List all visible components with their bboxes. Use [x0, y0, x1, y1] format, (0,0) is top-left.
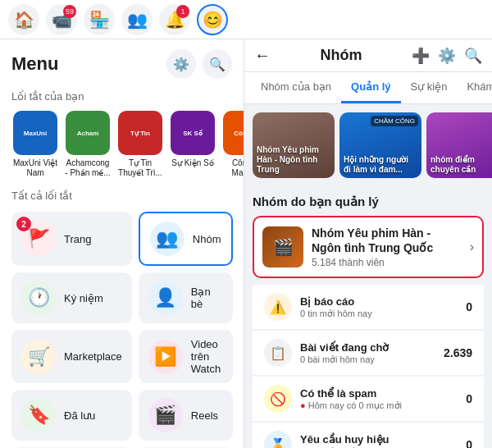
video-nav-btn[interactable]: 📹 59: [46, 4, 77, 35]
shortcut-name-2: Tự Tin Thuyết Trì...: [116, 158, 164, 178]
shortcuts-label: Lối tắt của bạn: [0, 84, 244, 106]
stat-bai-viet[interactable]: 📋 Bài viết đang chờ 0 bài mới hôm nay 2.…: [253, 331, 484, 375]
stat-sub-spam: ● Hôm nay có 0 mục mới: [300, 400, 458, 411]
marketplace-icon: 🛒: [21, 340, 56, 374]
tab-quan-ly[interactable]: Quản lý: [341, 72, 400, 103]
shortcut-name-4: Công đ Marketi: [221, 158, 244, 178]
group-thumb-tag-1: CHĂM CÔNG: [371, 116, 418, 126]
menu-settings-btn[interactable]: ⚙️: [166, 49, 196, 79]
menu-grid: 🚩 Trang 2 👥 Nhóm 🕐 Ký niệm 👤 Bạn bè: [0, 205, 244, 448]
home-nav-btn[interactable]: 🏠: [8, 4, 39, 35]
stat-count-bai-viet: 2.639: [444, 346, 472, 359]
stat-info-huy-hieu: Yêu cầu huy hiệu 0 yêu cầu mới hôm nay: [300, 433, 458, 448]
group-thumb-label-2: nhóm điểm chuyên cần: [430, 155, 492, 175]
right-title: Nhóm: [277, 47, 405, 64]
stat-count-bao-cao: 0: [466, 300, 472, 313]
nav-icons: 🏠 📹 59 🏪 👥 🔔 1 😊: [8, 4, 484, 35]
menu-item-reels[interactable]: 🎬 Reels: [139, 390, 233, 441]
kyNiem-icon: 🕐: [21, 281, 56, 315]
shortcut-name-1: Achamcong - Phần mề...: [64, 158, 112, 178]
shortcut-avatar-3: SK Số: [171, 111, 215, 155]
shortcut-0[interactable]: MaxUni MaxUni Việt Nam: [11, 111, 59, 178]
stat-count-spam: 0: [466, 392, 472, 405]
right-panel: ← Nhóm ➕ ⚙️ 🔍 Nhóm của bạn Quản lý Sự ki…: [244, 39, 492, 448]
search-btn[interactable]: 🔍: [464, 47, 482, 65]
people-nav-btn[interactable]: 👥: [121, 4, 153, 35]
stat-info-spam: Có thể là spam ● Hôm nay có 0 mục mới: [300, 387, 458, 411]
featured-group-inner[interactable]: 🎬 Nhóm Yêu phim Hàn - Ngôn tình Trung Qu…: [254, 217, 482, 277]
stat-huy-hieu[interactable]: 🏅 Yêu cầu huy hiệu 0 yêu cầu mới hôm nay…: [253, 423, 484, 448]
video-icon: ▶️: [148, 340, 183, 374]
stat-name-bao-cao: Bị báo cáo: [300, 295, 458, 308]
featured-group[interactable]: 🎬 Nhóm Yêu phim Hàn - Ngôn tình Trung Qu…: [253, 216, 484, 278]
bai-viet-icon: 📋: [264, 339, 292, 367]
shortcut-3[interactable]: SK Số Sự Kiện Số: [169, 111, 216, 178]
back-btn[interactable]: ←: [254, 46, 271, 65]
menu-item-banBe[interactable]: 👤 Bạn bè: [139, 272, 233, 323]
right-header: ← Nhóm ➕ ⚙️ 🔍: [244, 39, 492, 72]
shortcut-label-3: SK Số: [181, 128, 204, 139]
group-thumb-1[interactable]: Hội những người đi làm vì đam... CHĂM CÔ…: [339, 112, 421, 178]
stat-info-bao-cao: Bị báo cáo 0 tin mới hôm nay: [300, 295, 458, 319]
menu-item-label-banBe: Bạn bè: [191, 286, 223, 310]
top-nav: 🏠 📹 59 🏪 👥 🔔 1 😊: [0, 0, 492, 39]
stat-spam[interactable]: 🚫 Có thể là spam ● Hôm nay có 0 mục mới …: [253, 377, 484, 421]
right-header-actions: ➕ ⚙️ 🔍: [412, 47, 482, 65]
stat-sub-bao-cao: 0 tin mới hôm nay: [300, 309, 458, 319]
chevron-right-icon: ›: [470, 240, 474, 254]
menu-item-label-video: Video trên Watch: [191, 338, 223, 375]
shortcut-4[interactable]: Công đ Công đ Marketi: [221, 111, 244, 178]
huy-hieu-icon: 🏅: [264, 431, 292, 448]
tab-kham-pha[interactable]: Khám phá: [457, 72, 492, 103]
group-thumb-2[interactable]: nhóm điểm chuyên cần: [426, 112, 492, 178]
reels-icon: 🎬: [148, 398, 183, 432]
shortcut-avatar-2: Tự Tin: [118, 111, 162, 155]
menu-item-nhom[interactable]: 👥 Nhóm: [139, 212, 233, 266]
shortcut-avatar-0: MaxUni: [13, 111, 57, 155]
spam-icon: 🚫: [264, 385, 292, 413]
shortcut-2[interactable]: Tự Tin Tự Tin Thuyết Trì...: [116, 111, 164, 178]
stat-name-bai-viet: Bài viết đang chờ: [300, 341, 435, 354]
add-group-btn[interactable]: ➕: [412, 47, 430, 65]
bell-nav-btn[interactable]: 🔔 1: [159, 4, 190, 35]
menu-item-label-nhom: Nhóm: [193, 233, 221, 245]
shortcut-label-4: Công đ: [232, 128, 244, 139]
all-shortcuts-label: Tất cả lối tắt: [0, 183, 244, 205]
menu-item-label-daLuu: Đã lưu: [64, 409, 95, 422]
bao-cao-icon: ⚠️: [264, 293, 292, 321]
group-thumb-label-0: Nhóm Yêu phim Hàn - Ngôn tình Trung: [257, 145, 330, 175]
settings-btn[interactable]: ⚙️: [438, 47, 456, 65]
profile-nav-btn[interactable]: 😊: [197, 4, 228, 35]
shortcut-label-2: Tự Tin: [129, 128, 152, 139]
menu-item-video[interactable]: ▶️ Video trên Watch: [139, 330, 233, 383]
menu-item-daLuu[interactable]: 🔖 Đã lưu: [11, 390, 132, 441]
stat-name-huy-hieu: Yêu cầu huy hiệu: [300, 433, 458, 446]
menu-header-icons: ⚙️ 🔍: [166, 49, 232, 79]
menu-item-marketplace[interactable]: 🛒 Marketplace: [11, 330, 132, 383]
group-thumb-label-1: Hội những người đi làm vì đam...: [344, 155, 417, 175]
shortcuts-row: MaxUni MaxUni Việt Nam Acham Achamcong -…: [0, 106, 244, 183]
banBe-icon: 👤: [148, 281, 183, 315]
menu-search-btn[interactable]: 🔍: [203, 49, 232, 79]
menu-header: Menu ⚙️ 🔍: [0, 39, 244, 84]
managed-title: Nhóm do bạn quản lý: [253, 194, 484, 209]
menu-item-label-kyNiem: Ký niệm: [64, 292, 103, 304]
tab-su-kien[interactable]: Sự kiện: [401, 72, 458, 103]
groups-row: Nhóm Yêu phim Hàn - Ngôn tình Trung Hội …: [244, 104, 492, 186]
group-thumb-0[interactable]: Nhóm Yêu phim Hàn - Ngôn tình Trung: [253, 112, 335, 178]
shortcut-label-1: Acham: [75, 128, 101, 139]
menu-item-kyNiem[interactable]: 🕐 Ký niệm: [11, 272, 132, 323]
featured-group-img: 🎬: [262, 226, 303, 267]
menu-title: Menu: [11, 53, 58, 75]
shortcut-avatar-4: Công đ: [223, 111, 244, 155]
bell-badge: 1: [176, 5, 189, 18]
managed-section: Nhóm do bạn quản lý 🎬 Nhóm Yêu phim Hàn …: [244, 186, 492, 448]
shortcut-name-3: Sự Kiện Số: [171, 158, 213, 168]
shortcut-label-0: MaxUni: [22, 128, 48, 139]
menu-item-trang[interactable]: 🚩 Trang 2: [11, 212, 132, 266]
stat-count-huy-hieu: 0: [466, 438, 472, 448]
tab-nhom-cua-ban[interactable]: Nhóm của bạn: [251, 72, 341, 103]
shortcut-1[interactable]: Acham Achamcong - Phần mề...: [64, 111, 112, 178]
store-nav-btn[interactable]: 🏪: [84, 4, 115, 35]
stat-bao-cao[interactable]: ⚠️ Bị báo cáo 0 tin mới hôm nay 0: [253, 285, 484, 329]
